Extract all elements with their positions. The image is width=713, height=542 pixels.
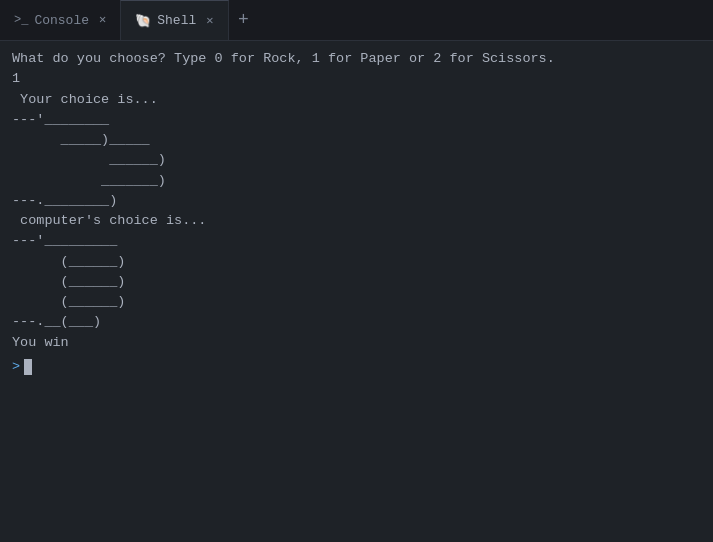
tab-console-close[interactable]: ✕	[99, 14, 106, 26]
terminal-line: (______)	[12, 272, 701, 292]
tab-bar: >_ Console ✕ 🐚 Shell ✕ +	[0, 0, 713, 41]
terminal-line: (______)	[12, 252, 701, 272]
tab-shell-label: Shell	[157, 13, 196, 28]
tab-shell-close[interactable]: ✕	[206, 15, 213, 27]
terminal-line: Your choice is...	[12, 90, 701, 110]
terminal-line: 1	[12, 69, 701, 89]
terminal-line: You win	[12, 333, 701, 353]
terminal-line: ---.________)	[12, 191, 701, 211]
add-tab-button[interactable]: +	[229, 0, 259, 40]
terminal-prompt: >	[12, 357, 701, 377]
shell-icon: 🐚	[135, 13, 151, 29]
tab-console[interactable]: >_ Console ✕	[0, 0, 120, 40]
terminal-line: computer's choice is...	[12, 211, 701, 231]
terminal-line: ---.__(___)	[12, 312, 701, 332]
plus-icon: +	[238, 10, 249, 30]
terminal-line: ---'_________	[12, 231, 701, 251]
tab-console-label: Console	[34, 13, 89, 28]
terminal-body[interactable]: What do you choose? Type 0 for Rock, 1 f…	[0, 41, 713, 542]
terminal-line: (______)	[12, 292, 701, 312]
terminal-line: ---'________	[12, 110, 701, 130]
cursor	[24, 359, 32, 375]
terminal-line: What do you choose? Type 0 for Rock, 1 f…	[12, 49, 701, 69]
terminal-line: _______)	[12, 171, 701, 191]
prompt-symbol: >	[12, 357, 20, 377]
tab-shell[interactable]: 🐚 Shell ✕	[120, 0, 228, 40]
terminal-line: ______)	[12, 150, 701, 170]
terminal-line: _____)_____	[12, 130, 701, 150]
console-icon: >_	[14, 13, 28, 27]
